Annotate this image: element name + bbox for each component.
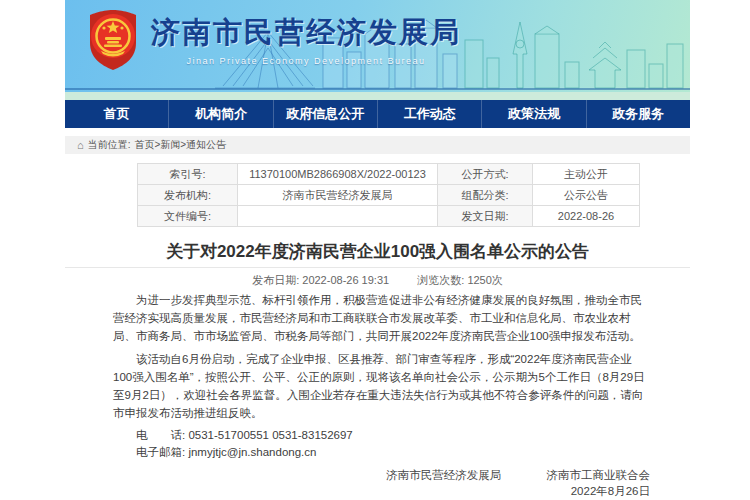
site-subtitle-english: Jinan Private Economy Development Bureau [151,56,461,66]
publish-meta-line: 发布日期: 2022-08-26 19:31 浏览次数: 1250次 [65,273,690,286]
nav-item-work-news[interactable]: 工作动态 [377,100,481,128]
signature-orgs: 济南市民营经济发展局 济南市工商业联合会 [65,467,650,483]
main-nav: 首页 机构简介 政府信息公开 工作动态 政策法规 政务服务 [65,100,690,128]
site-title-block: 济南市民营经济发展局 Jinan Private Economy Develop… [151,13,461,66]
meta-value-issue-date: 2022-08-26 [533,206,640,227]
breadcrumb-path[interactable]: 首页>新闻>通知公告 [134,136,226,154]
meta-label-issue-date: 发文日期: [438,206,533,227]
nav-item-home[interactable]: 首页 [65,100,168,128]
publish-date-value: 2022-08-26 19:31 [302,274,389,286]
meta-value-open-type: 主动公开 [533,164,640,185]
meta-value-category: 公示公告 [533,185,640,206]
nav-item-gov-service[interactable]: 政务服务 [586,100,690,128]
signature-block: 济南市民营经济发展局 济南市工商业联合会 2022年8月26日 [65,467,690,499]
phone-label: 电 话: [136,429,185,441]
meta-label-doc-number: 文件编号: [138,206,238,227]
table-row: 索引号: 11370100MB2866908X/2022-00123 公开方式:… [138,164,640,185]
publish-date-label: 发布日期: [252,274,299,286]
national-emblem-logo [85,9,141,71]
title-divider [65,267,690,268]
home-icon: ⌂ [77,136,84,154]
site-title: 济南市民营经济发展局 [151,13,461,53]
table-row: 发布机构: 济南市民营经济发展局 组配分类: 公示公告 [138,185,640,206]
document-meta-table: 索引号: 11370100MB2866908X/2022-00123 公开方式:… [137,163,640,227]
article-paragraph: 为进一步发挥典型示范、标杆引领作用，积极营造促进非公有经济健康发展的良好氛围，推… [113,291,645,345]
page-title: 关于对2022年度济南民营企业100强入围名单公示的公告 [65,241,690,263]
meta-label-index: 索引号: [138,164,238,185]
breadcrumb-label: 当前位置: [88,136,131,154]
article-body: 为进一步发挥典型示范、标杆引领作用，积极营造促进非公有经济健康发展的良好氛围，推… [113,291,645,422]
meta-label-category: 组配分类: [438,185,533,206]
meta-value-issuer: 济南市民营经济发展局 [238,185,438,206]
article-paragraph: 该活动自6月份启动，完成了企业申报、区县推荐、部门审查等程序，形成“2022年度… [113,350,645,422]
page-container: 济南市民营经济发展局 Jinan Private Economy Develop… [65,0,690,499]
meta-value-doc-number [238,206,438,227]
table-row: 文件编号: 发文日期: 2022-08-26 [138,206,640,227]
phone-numbers: 0531-51700551 0531-83152697 [188,429,352,441]
views-label: 浏览次数: [417,274,464,286]
contact-email-line: 电子邮箱: jnmyjtjc@jn.shandong.cn [113,444,645,461]
breadcrumb: ⌂ 当前位置: 首页>新闻>通知公告 [65,136,690,154]
views-value: 1250次 [467,274,502,286]
meta-value-index: 11370100MB2866908X/2022-00123 [238,164,438,185]
signature-org-1: 济南市民营经济发展局 [386,469,501,481]
site-banner: 济南市民营经济发展局 Jinan Private Economy Develop… [65,0,690,100]
signature-date: 2022年8月26日 [65,483,650,499]
meta-label-open-type: 公开方式: [438,164,533,185]
contact-phone-line: 电 话: 0531-51700551 0531-83152697 [113,427,645,444]
nav-item-policy[interactable]: 政策法规 [481,100,585,128]
banner-bottom-strip [65,92,690,100]
signature-org-2: 济南市工商业联合会 [547,469,651,481]
email-label: 电子邮箱: [136,446,185,458]
nav-item-gov-info[interactable]: 政府信息公开 [273,100,377,128]
nav-item-about[interactable]: 机构简介 [168,100,272,128]
meta-label-issuer: 发布机构: [138,185,238,206]
email-value: jnmyjtjc@jn.shandong.cn [188,446,316,458]
contact-block: 电 话: 0531-51700551 0531-83152697 电子邮箱: j… [113,427,645,461]
